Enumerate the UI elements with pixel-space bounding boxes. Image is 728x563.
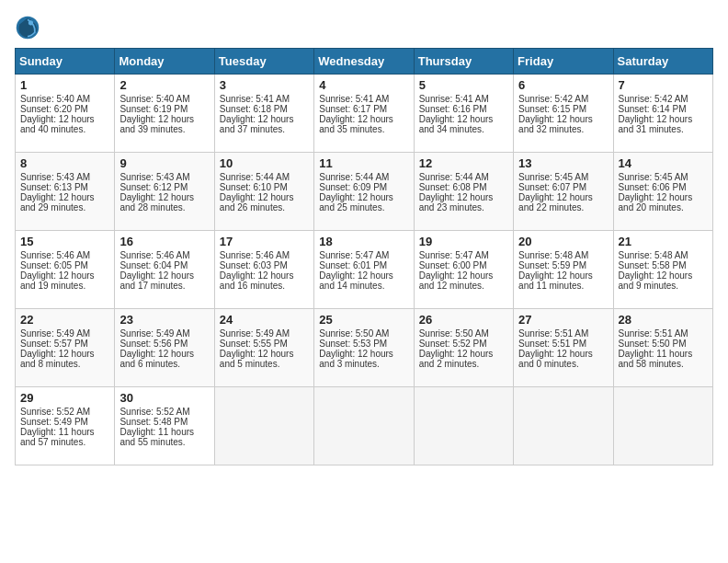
calendar-cell: [613, 387, 712, 465]
sunrise-text: Sunrise: 5:49 AM: [20, 328, 90, 339]
sunrise-text: Sunrise: 5:51 AM: [518, 328, 588, 339]
calendar-cell: 27Sunrise: 5:51 AMSunset: 5:51 PMDayligh…: [514, 309, 613, 387]
sunrise-text: Sunrise: 5:45 AM: [518, 172, 588, 182]
col-thursday: Thursday: [414, 49, 513, 75]
sunset-text: Sunset: 6:04 PM: [119, 260, 188, 270]
sunrise-text: Sunrise: 5:47 AM: [419, 250, 489, 260]
sunrise-text: Sunrise: 5:44 AM: [319, 172, 389, 182]
sunset-text: Sunset: 6:05 PM: [20, 260, 88, 270]
daylight-text: Daylight: 11 hours and 55 minutes.: [119, 427, 194, 447]
calendar-cell: 13Sunrise: 5:45 AMSunset: 6:07 PMDayligh…: [514, 153, 613, 231]
day-number: 22: [20, 313, 109, 327]
calendar-cell: 2Sunrise: 5:40 AMSunset: 6:19 PMDaylight…: [115, 75, 214, 153]
calendar-cell: 29Sunrise: 5:52 AMSunset: 5:49 PMDayligh…: [16, 387, 115, 465]
day-number: 3: [220, 78, 309, 92]
day-number: 15: [20, 235, 109, 248]
day-number: 26: [419, 313, 508, 327]
calendar-cell: 22Sunrise: 5:49 AMSunset: 5:57 PMDayligh…: [16, 309, 115, 387]
sunset-text: Sunset: 6:18 PM: [220, 104, 288, 114]
daylight-text: Daylight: 12 hours and 37 minutes.: [220, 114, 294, 134]
sunset-text: Sunset: 6:19 PM: [119, 104, 188, 114]
calendar-cell: 21Sunrise: 5:48 AMSunset: 5:58 PMDayligh…: [613, 231, 712, 309]
week-row-2: 8Sunrise: 5:43 AMSunset: 6:13 PMDaylight…: [16, 153, 713, 231]
daylight-text: Daylight: 12 hours and 29 minutes.: [20, 192, 95, 213]
calendar-cell: [514, 387, 613, 465]
sunrise-text: Sunrise: 5:47 AM: [319, 250, 389, 260]
sunset-text: Sunset: 5:59 PM: [518, 260, 586, 270]
sunrise-text: Sunrise: 5:52 AM: [119, 407, 189, 417]
sunrise-text: Sunrise: 5:48 AM: [518, 250, 588, 260]
day-number: 24: [220, 313, 309, 327]
sunrise-text: Sunrise: 5:45 AM: [619, 172, 688, 182]
day-number: 7: [619, 78, 708, 92]
daylight-text: Daylight: 12 hours and 3 minutes.: [319, 349, 393, 369]
day-number: 5: [419, 78, 508, 92]
day-number: 13: [518, 156, 608, 170]
sunset-text: Sunset: 6:07 PM: [518, 182, 586, 192]
day-number: 4: [319, 78, 408, 92]
calendar-cell: 3Sunrise: 5:41 AMSunset: 6:18 PMDaylight…: [214, 75, 313, 153]
calendar-cell: 20Sunrise: 5:48 AMSunset: 5:59 PMDayligh…: [514, 231, 613, 309]
sunrise-text: Sunrise: 5:48 AM: [619, 250, 688, 260]
week-row-1: 1Sunrise: 5:40 AMSunset: 6:20 PMDaylight…: [16, 75, 713, 153]
calendar-cell: 10Sunrise: 5:44 AMSunset: 6:10 PMDayligh…: [214, 153, 313, 231]
sunrise-text: Sunrise: 5:49 AM: [119, 328, 189, 339]
week-row-4: 22Sunrise: 5:49 AMSunset: 5:57 PMDayligh…: [16, 309, 713, 387]
sunrise-text: Sunrise: 5:46 AM: [220, 250, 290, 260]
day-number: 10: [220, 156, 309, 170]
sunset-text: Sunset: 5:48 PM: [119, 417, 188, 427]
sunset-text: Sunset: 5:58 PM: [619, 260, 687, 270]
col-tuesday: Tuesday: [214, 49, 313, 75]
sunrise-text: Sunrise: 5:41 AM: [419, 94, 489, 104]
col-friday: Friday: [514, 49, 613, 75]
sunset-text: Sunset: 5:57 PM: [20, 339, 88, 349]
sunrise-text: Sunrise: 5:46 AM: [20, 250, 90, 260]
sunrise-text: Sunrise: 5:49 AM: [220, 328, 290, 339]
sunrise-text: Sunrise: 5:42 AM: [619, 94, 688, 104]
sunset-text: Sunset: 5:55 PM: [220, 339, 288, 349]
calendar-table: Sunday Monday Tuesday Wednesday Thursday…: [15, 48, 713, 465]
header-row: Sunday Monday Tuesday Wednesday Thursday…: [16, 49, 713, 75]
calendar-cell: 11Sunrise: 5:44 AMSunset: 6:09 PMDayligh…: [314, 153, 414, 231]
sunset-text: Sunset: 6:20 PM: [20, 104, 88, 114]
sunset-text: Sunset: 5:56 PM: [119, 339, 188, 349]
daylight-text: Daylight: 12 hours and 9 minutes.: [619, 270, 693, 291]
daylight-text: Daylight: 12 hours and 6 minutes.: [119, 349, 194, 369]
calendar-cell: 9Sunrise: 5:43 AMSunset: 6:12 PMDaylight…: [115, 153, 214, 231]
day-number: 12: [419, 156, 508, 170]
calendar-cell: 25Sunrise: 5:50 AMSunset: 5:53 PMDayligh…: [314, 309, 414, 387]
daylight-text: Daylight: 12 hours and 17 minutes.: [119, 270, 194, 291]
sunset-text: Sunset: 6:15 PM: [518, 104, 586, 114]
calendar-cell: 30Sunrise: 5:52 AMSunset: 5:48 PMDayligh…: [115, 387, 214, 465]
col-sunday: Sunday: [16, 49, 115, 75]
day-number: 6: [518, 78, 608, 92]
sunset-text: Sunset: 6:16 PM: [419, 104, 487, 114]
col-wednesday: Wednesday: [314, 49, 414, 75]
day-number: 23: [119, 313, 209, 327]
calendar-cell: 8Sunrise: 5:43 AMSunset: 6:13 PMDaylight…: [16, 153, 115, 231]
sunset-text: Sunset: 5:50 PM: [619, 339, 687, 349]
daylight-text: Daylight: 12 hours and 25 minutes.: [319, 192, 393, 213]
sunrise-text: Sunrise: 5:41 AM: [319, 94, 389, 104]
day-number: 8: [20, 156, 109, 170]
calendar-cell: 5Sunrise: 5:41 AMSunset: 6:16 PMDaylight…: [414, 75, 513, 153]
day-number: 27: [518, 313, 608, 327]
col-saturday: Saturday: [613, 49, 712, 75]
logo-icon: [15, 15, 40, 40]
sunrise-text: Sunrise: 5:40 AM: [119, 94, 189, 104]
day-number: 17: [220, 235, 309, 248]
day-number: 21: [619, 235, 708, 248]
sunset-text: Sunset: 6:01 PM: [319, 260, 387, 270]
day-number: 14: [619, 156, 708, 170]
calendar-cell: 12Sunrise: 5:44 AMSunset: 6:08 PMDayligh…: [414, 153, 513, 231]
calendar-cell: 24Sunrise: 5:49 AMSunset: 5:55 PMDayligh…: [214, 309, 313, 387]
sunset-text: Sunset: 6:17 PM: [319, 104, 387, 114]
sunrise-text: Sunrise: 5:40 AM: [20, 94, 90, 104]
sunrise-text: Sunrise: 5:44 AM: [419, 172, 489, 182]
day-number: 28: [619, 313, 708, 327]
sunrise-text: Sunrise: 5:44 AM: [220, 172, 290, 182]
sunrise-text: Sunrise: 5:43 AM: [119, 172, 189, 182]
calendar-cell: 28Sunrise: 5:51 AMSunset: 5:50 PMDayligh…: [613, 309, 712, 387]
day-number: 16: [119, 235, 209, 248]
sunrise-text: Sunrise: 5:52 AM: [20, 407, 90, 417]
